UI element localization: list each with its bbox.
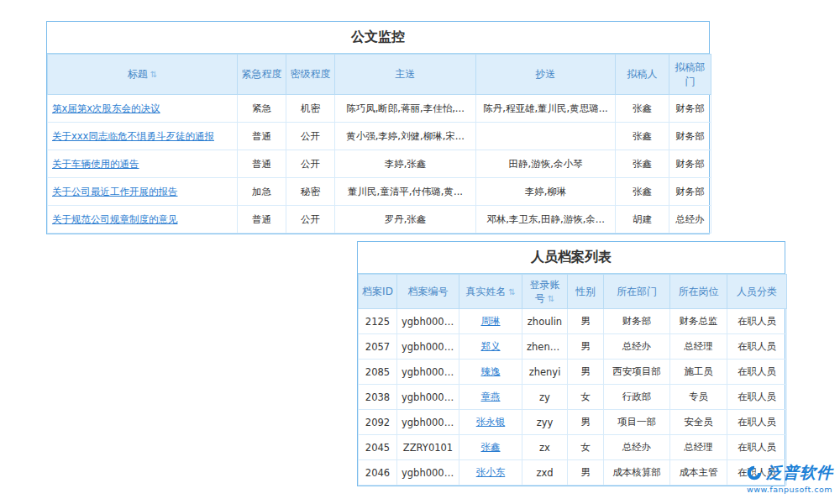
table-row: 2045 ZZRY0101 张鑫 zx 女 总经办 总经理 在职人员 (359, 435, 787, 460)
col-header-real-name[interactable]: 真实姓名⇅ (459, 275, 522, 309)
copy-send-cell: 李婷,柳琳 (476, 178, 616, 206)
col-header-title[interactable]: 标题⇅ (48, 55, 238, 95)
file-code-cell: ygbh000038 (397, 385, 459, 410)
personnel-table: 档案ID 档案编号 真实姓名⇅ 登录账号⇅ 性别 所在部门 所在岗位 人员分类 … (358, 274, 787, 486)
table-row: 关于xxx同志临危不惧勇斗歹徒的通报 普通 公开 黄小强,李婷,刘健,柳琳,宋.… (48, 123, 711, 150)
dept-cell: 西安项目部 (604, 360, 670, 385)
col-header-main-send: 主送 (335, 55, 476, 95)
doc-title-link[interactable]: 关于车辆使用的通告 (52, 158, 139, 170)
file-code-cell: ZZRY0101 (397, 435, 459, 460)
doc-title-cell: 第x届第x次股东会的决议 (48, 95, 238, 123)
doc-title-link[interactable]: 关于公司最近工作开展的报告 (52, 186, 178, 197)
col-header-file-id: 档案ID (359, 275, 397, 309)
sort-icon[interactable]: ⇅ (150, 70, 157, 79)
doc-title-cell: 关于规范公司规章制度的意见 (48, 206, 238, 234)
drafter-cell: 胡建 (616, 206, 669, 234)
real-name-link[interactable]: 张永银 (476, 416, 506, 428)
doc-monitor-panel: 公文监控 标题⇅ 紧急程度 密级程度 主送 抄送 拟稿人 拟稿部门 第 (46, 21, 710, 234)
table-row: 2125 ygbh000070 周琳 zhoulin 男 财务部 财务总监 在职… (359, 309, 787, 334)
table-row: 关于车辆使用的通告 普通 公开 李婷,张鑫 田静,游恢,余小琴 张鑫 财务部 (48, 150, 711, 178)
post-cell: 财务总监 (670, 309, 727, 334)
gender-cell: 女 (568, 385, 604, 410)
doc-title-cell: 关于xxx同志临危不惧勇斗歹徒的通报 (48, 123, 238, 150)
personnel-body: 2125 ygbh000070 周琳 zhoulin 男 财务部 财务总监 在职… (359, 309, 787, 486)
category-cell: 在职人员 (727, 410, 787, 435)
file-id-cell: 2092 (359, 410, 397, 435)
dept-cell: 总经办 (604, 435, 670, 460)
doc-title-link[interactable]: 第x届第x次股东会的决议 (52, 102, 160, 114)
urgency-cell: 普通 (238, 206, 286, 234)
main-send-cell: 罗丹,张鑫 (335, 206, 476, 234)
real-name-cell: 张鑫 (459, 435, 522, 460)
col-header-title-label: 标题 (128, 68, 148, 80)
col-header-account[interactable]: 登录账号⇅ (522, 275, 568, 309)
real-name-cell: 张小东 (459, 460, 522, 486)
real-name-link[interactable]: 章燕 (481, 391, 501, 402)
file-id-cell: 2038 (359, 385, 397, 410)
sort-icon[interactable]: ⇅ (548, 294, 554, 303)
drafter-cell: 张鑫 (616, 123, 669, 150)
drafter-cell: 张鑫 (616, 95, 669, 123)
urgency-cell: 加急 (238, 178, 286, 206)
col-header-category: 人员分类 (727, 275, 787, 309)
col-header-urgency: 紧急程度 (238, 55, 286, 95)
draft-dept-cell: 财务部 (669, 123, 711, 150)
col-header-secrecy: 密级程度 (286, 55, 335, 95)
secrecy-cell: 公开 (286, 150, 335, 178)
gender-cell: 男 (568, 309, 604, 334)
table-row: 2092 ygbh000104 张永银 zyy 男 项目一部 安全员 在职人员 (359, 410, 787, 435)
drafter-cell: 张鑫 (616, 178, 669, 206)
doc-monitor-title: 公文监控 (47, 22, 709, 54)
main-send-cell: 陈巧凤,断郎,蒋丽,李佳怡,... (335, 95, 476, 123)
table-row: 2038 ygbh000038 章燕 zy 女 行政部 专员 在职人员 (359, 385, 787, 410)
urgency-cell: 紧急 (238, 95, 286, 123)
main-send-cell: 董川民,童清平,付伟璐,黄... (335, 178, 476, 206)
table-row: 关于公司最近工作开展的报告 加急 秘密 董川民,童清平,付伟璐,黄... 李婷,… (48, 178, 711, 206)
account-cell: zyy (522, 410, 568, 435)
col-header-gender: 性别 (568, 275, 604, 309)
col-header-account-label: 登录账号 (530, 279, 560, 304)
gender-cell: 男 (568, 334, 604, 360)
personnel-title: 人员档案列表 (358, 242, 785, 274)
post-cell: 专员 (670, 385, 727, 410)
real-name-link[interactable]: 郑义 (481, 340, 501, 352)
real-name-link[interactable]: 周琳 (481, 315, 501, 327)
real-name-link[interactable]: 张鑫 (481, 441, 501, 453)
doc-title-link[interactable]: 关于规范公司规章制度的意见 (52, 213, 178, 225)
copy-send-cell (476, 123, 616, 150)
sort-icon[interactable]: ⇅ (508, 287, 515, 297)
gender-cell: 男 (568, 460, 604, 486)
file-id-cell: 2045 (359, 435, 397, 460)
dept-cell: 总经办 (604, 334, 670, 360)
category-cell: 在职人员 (727, 435, 787, 460)
draft-dept-cell: 财务部 (669, 150, 711, 178)
real-name-link[interactable]: 臻逸 (481, 365, 501, 377)
post-cell: 成本主管 (670, 460, 727, 486)
col-header-dept: 所在部门 (604, 275, 670, 309)
table-row: 第x届第x次股东会的决议 紧急 机密 陈巧凤,断郎,蒋丽,李佳怡,... 陈丹,… (48, 95, 711, 123)
gender-cell: 男 (568, 410, 604, 435)
file-code-cell: ygbh000111 (397, 360, 459, 385)
personnel-panel: 人员档案列表 档案ID 档案编号 真实姓名⇅ 登录账号⇅ 性别 所在部门 所在岗… (357, 241, 785, 486)
account-cell: zxd (522, 460, 568, 486)
real-name-cell: 郑义 (459, 334, 522, 360)
file-code-cell: ygbh000104 (397, 410, 459, 435)
account-cell: zhengyi (522, 334, 568, 360)
doc-title-cell: 关于车辆使用的通告 (48, 150, 238, 178)
draft-dept-cell: 总经办 (669, 206, 711, 234)
file-code-cell: ygbh000070 (397, 309, 459, 334)
main-send-cell: 黄小强,李婷,刘健,柳琳,宋... (335, 123, 476, 150)
fanpu-brand-text: 泛普软件 (766, 462, 833, 484)
doc-monitor-header-row: 标题⇅ 紧急程度 密级程度 主送 抄送 拟稿人 拟稿部门 (48, 55, 711, 95)
doc-title-link[interactable]: 关于xxx同志临危不惧勇斗歹徒的通报 (52, 130, 214, 142)
real-name-cell: 章燕 (459, 385, 522, 410)
fanpu-logo-icon (746, 465, 763, 481)
table-row: 2085 ygbh000111 臻逸 zhenyi 男 西安项目部 施工员 在职… (359, 360, 787, 385)
gender-cell: 男 (568, 360, 604, 385)
urgency-cell: 普通 (238, 123, 286, 150)
file-code-cell: ygbh000050 (397, 460, 459, 486)
page: 公文监控 标题⇅ 紧急程度 密级程度 主送 抄送 拟稿人 拟稿部门 第 (0, 0, 840, 504)
secrecy-cell: 机密 (286, 95, 335, 123)
real-name-link[interactable]: 张小东 (476, 466, 506, 478)
real-name-cell: 张永银 (459, 410, 522, 435)
